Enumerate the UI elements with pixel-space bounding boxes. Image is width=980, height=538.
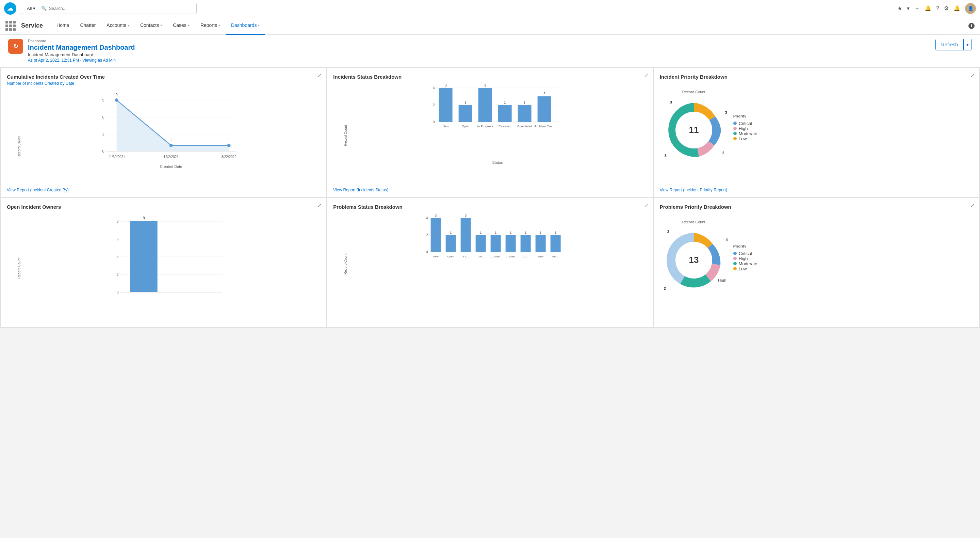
nav-item-dashboards[interactable]: Dashboards ▾ — [226, 17, 266, 35]
card-title-open-owners: Open Incident Owners — [7, 204, 320, 210]
search-filter[interactable]: All ▾ — [24, 5, 39, 12]
segment-label-critical: 3 — [725, 110, 727, 114]
svg-rect-34 — [518, 105, 531, 122]
svg-text:3: 3 — [445, 83, 447, 87]
nav-item-cases[interactable]: Cases ▾ — [167, 17, 195, 35]
svg-text:1: 1 — [170, 138, 172, 142]
legend-dot-p-low — [733, 267, 737, 270]
svg-marker-9 — [117, 100, 229, 151]
view-report-incident-priority[interactable]: View Report (Incident Priority Report) — [660, 188, 727, 192]
svg-rect-30 — [479, 88, 492, 122]
svg-text:2: 2 — [433, 103, 435, 107]
dashboard-header: ↻ Dashboard Incident Management Dashboar… — [0, 35, 980, 67]
search-bar: All ▾ 🔍 — [20, 3, 197, 14]
search-input[interactable] — [49, 6, 193, 11]
svg-text:1: 1 — [450, 231, 452, 234]
favorites-icon[interactable]: ★ — [897, 5, 902, 11]
segment-label-low-p: 3 — [667, 230, 669, 233]
nav-item-home[interactable]: Home — [51, 17, 75, 35]
svg-rect-28 — [459, 105, 472, 122]
svg-text:8: 8 — [143, 216, 145, 220]
app-launcher-icon[interactable] — [5, 21, 16, 31]
legend-dot-low — [733, 137, 737, 140]
expand-icon-incident-priority[interactable]: ⤢ — [970, 72, 975, 78]
svg-text:0: 0 — [426, 250, 428, 254]
expand-icon-incidents-status[interactable]: ⤢ — [644, 72, 648, 78]
donut-chart-priority-svg: 11 — [660, 96, 728, 164]
x-label-incidents-status: Status — [348, 160, 646, 164]
svg-point-11 — [169, 144, 173, 147]
legend-title-problems: Priority — [733, 244, 757, 248]
svg-text:...losed: ...losed — [506, 255, 515, 258]
expand-icon-cumulative[interactable]: ⤢ — [318, 72, 321, 78]
svg-text:2: 2 — [543, 92, 546, 96]
svg-text:Error: Error — [538, 255, 544, 258]
card-title-problems-status: Problems Status Breakdown — [333, 204, 646, 210]
donut-chart-problems-svg: 13 — [660, 226, 728, 294]
refresh-dropdown-arrow[interactable]: ▾ — [963, 39, 972, 50]
legend-p-critical: Critical — [733, 251, 757, 256]
svg-rect-32 — [498, 105, 512, 122]
nav-item-chatter[interactable]: Chatter — [75, 17, 101, 35]
problems-priority-legend: Priority Critical High Moderate Low — [733, 244, 757, 271]
segment-label-low: 3 — [670, 100, 672, 104]
refresh-main-button[interactable]: Refresh — [936, 39, 963, 50]
svg-text:6: 6 — [102, 115, 105, 119]
svg-rect-66 — [431, 218, 441, 252]
avatar[interactable]: 👤 — [965, 3, 976, 14]
svg-rect-82 — [550, 235, 561, 252]
expand-icon-open-owners[interactable]: ⤢ — [318, 203, 321, 208]
y-label-problems-status: Record Count — [344, 254, 348, 275]
svg-text:4: 4 — [426, 216, 428, 220]
bell-icon[interactable]: 🔔 — [924, 5, 931, 11]
line-chart-svg: 0 3 6 9 9 1 1 11/30/2021 12/ — [22, 90, 320, 165]
nav-item-reports[interactable]: Reports ▾ — [195, 17, 226, 35]
svg-text:3: 3 — [435, 214, 437, 217]
settings-icon[interactable]: ⚙ — [944, 5, 949, 11]
notification-icon[interactable]: 🔔 — [953, 5, 960, 11]
legend-critical: Critical — [733, 121, 757, 126]
svg-text:1: 1 — [504, 101, 506, 104]
legend-dot-p-critical — [733, 252, 737, 255]
nav-item-accounts[interactable]: Accounts ▾ — [101, 17, 135, 35]
svg-text:1: 1 — [495, 231, 496, 234]
svg-text:Ch...: Ch... — [523, 255, 529, 258]
chevron-down-icon: ▾ — [33, 6, 35, 11]
dash-meta: As of Apr 2, 2022, 12:31 PM · Viewing as… — [28, 58, 135, 63]
svg-text:In Progress: In Progress — [477, 125, 493, 128]
dash-info: Dashboard Incident Management Dashboard … — [28, 39, 135, 63]
help-icon[interactable]: ? — [936, 5, 939, 11]
legend-p-high: High — [733, 256, 757, 261]
view-report-incidents-status[interactable]: View Report (Incidents Status) — [333, 188, 388, 192]
svg-text:1: 1 — [510, 231, 511, 234]
nav-item-contacts[interactable]: Contacts ▾ — [135, 17, 167, 35]
add-icon[interactable]: ＋ — [914, 5, 920, 12]
dashboard-grid: Cumulative Incidents Created Over Time N… — [0, 67, 980, 328]
card-problems-status: Problems Status Breakdown ⤢ Record Count… — [327, 198, 653, 327]
app-nav: Service Home Chatter Accounts ▾ Contacts… — [0, 17, 980, 35]
y-label-incidents-status: Record Count — [344, 125, 348, 147]
svg-text:9: 9 — [102, 98, 105, 102]
svg-text:e A...: e A... — [463, 255, 469, 258]
expand-icon-problems-status[interactable]: ⤢ — [644, 203, 648, 208]
expand-icon-problems-priority[interactable]: ⤢ — [970, 203, 975, 208]
svg-rect-74 — [491, 235, 501, 252]
card-title-problems-priority: Problems Priority Breakdown — [660, 204, 973, 210]
svg-text:3: 3 — [484, 83, 486, 87]
svg-text:1: 1 — [480, 231, 482, 234]
legend-high: High — [733, 126, 757, 131]
legend-dot-p-moderate — [733, 262, 737, 265]
dash-header-left: ↻ Dashboard Incident Management Dashboar… — [8, 39, 135, 63]
salesforce-logo[interactable]: ☁ — [4, 2, 16, 14]
top-right-icons: ★ ▾ ＋ 🔔 ? ⚙ 🔔 👤 — [897, 3, 976, 14]
svg-text:Open: Open — [447, 255, 454, 258]
svg-text:3: 3 — [465, 214, 466, 217]
top-bar: ☁ All ▾ 🔍 ★ ▾ ＋ 🔔 ? ⚙ 🔔 👤 — [0, 0, 980, 17]
chevron-favorites-icon[interactable]: ▾ — [907, 5, 910, 11]
card-title-incidents-status: Incidents Status Breakdown — [333, 74, 646, 80]
view-report-cumulative[interactable]: View Report (Incident Created By) — [7, 188, 69, 192]
card-title-cumulative: Cumulative Incidents Created Over Time — [7, 74, 320, 80]
refresh-button[interactable]: Refresh ▾ — [935, 39, 972, 50]
segment-label-critical-p: 4 — [726, 238, 728, 242]
priority-legend: Priority Critical High Moderate Low — [733, 114, 757, 141]
